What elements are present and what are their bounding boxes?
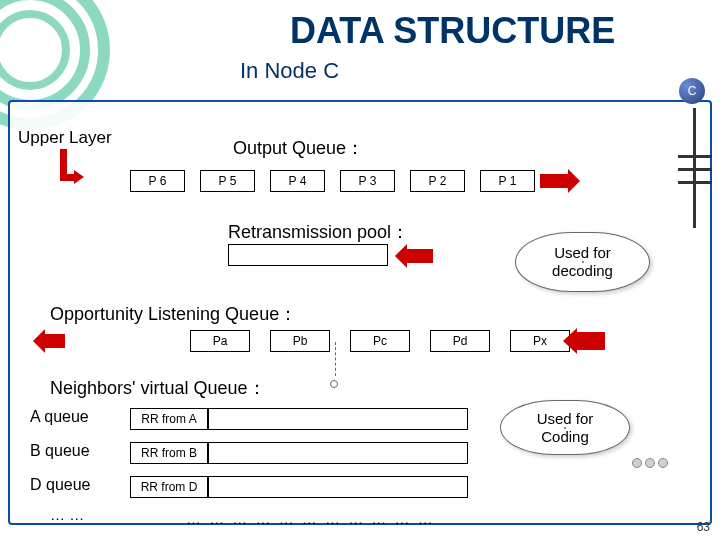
packet-pb: Pb — [270, 330, 330, 352]
page-subtitle: In Node C — [240, 58, 339, 84]
connector-dot-icon — [330, 380, 338, 388]
d-queue-label: D queue — [30, 476, 91, 494]
rr-from-d: RR from D — [130, 476, 208, 498]
rr-from-a: RR from A — [130, 408, 208, 430]
packet-p1: P 1 — [480, 170, 535, 192]
packet-pc: Pc — [350, 330, 410, 352]
upper-layer-label: Upper Layer — [18, 128, 112, 148]
ellipsis-dots: … … … … … … … … … … … — [186, 510, 435, 527]
packet-pd: Pd — [430, 330, 490, 352]
packet-p4: P 4 — [270, 170, 325, 192]
b-queue-label: B queue — [30, 442, 90, 460]
antenna-bar — [678, 168, 712, 171]
arrow-left-icon — [575, 332, 605, 350]
cloud-text: Used for decoding — [552, 244, 613, 280]
page-number: 63 — [697, 520, 710, 534]
neighbors-label: Neighbors' virtual Queue： — [50, 376, 266, 400]
output-queue-label: Output Queue： — [233, 136, 364, 160]
connector-line — [335, 342, 347, 376]
retransmission-box — [228, 244, 388, 266]
arrow-right-icon — [540, 174, 570, 188]
opportunity-label: Opportunity Listening Queue： — [50, 302, 297, 326]
b-queue-bar — [208, 442, 468, 464]
antenna-bar — [678, 181, 712, 184]
elbow-arrow-icon — [60, 149, 78, 181]
packet-p5: P 5 — [200, 170, 255, 192]
decoding-cloud: Used for decoding — [515, 232, 650, 292]
a-queue-bar — [208, 408, 468, 430]
arrow-left-icon — [43, 334, 65, 348]
d-queue-bar — [208, 476, 468, 498]
antenna-bar — [678, 155, 712, 158]
arrow-left-icon — [405, 249, 433, 263]
coding-cloud: Used for Coding — [500, 400, 630, 455]
packet-p2: P 2 — [410, 170, 465, 192]
ellipsis-row-label: … … — [50, 506, 84, 523]
packet-p6: P 6 — [130, 170, 185, 192]
packet-px: Px — [510, 330, 570, 352]
cloud-text: Used for Coding — [537, 410, 594, 446]
main-panel: Upper Layer Output Queue： P 6 P 5 P 4 P … — [8, 100, 712, 525]
page-title: DATA STRUCTURE — [290, 10, 615, 52]
packet-pa: Pa — [190, 330, 250, 352]
a-queue-label: A queue — [30, 408, 89, 426]
cloud-bubbles-icon — [632, 458, 668, 468]
retransmission-label: Retransmission pool： — [228, 220, 409, 244]
node-c-badge: C — [679, 78, 705, 104]
packet-p3: P 3 — [340, 170, 395, 192]
rr-from-b: RR from B — [130, 442, 208, 464]
